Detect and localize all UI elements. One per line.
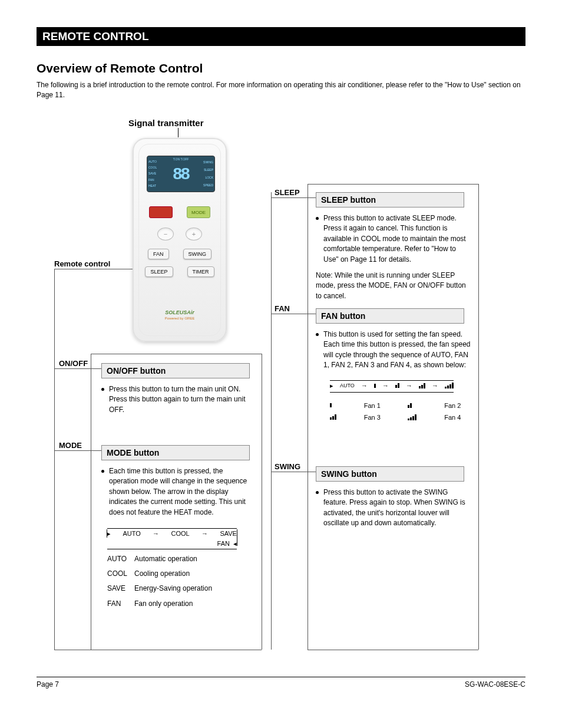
remote-sleep-button: SLEEP (145, 266, 173, 277)
desc-swing: Press this button to activate the SWING … (323, 487, 472, 529)
remote-illustration: T.ON T.OFF AUTO COOL SAVE FAN HEAT 88 SW… (133, 138, 227, 342)
block-swing: SWING button Press this button to activa… (316, 466, 472, 529)
block-sleep: SLEEP button Press this button to activa… (316, 192, 474, 301)
block-onoff: ON/OFF button Press this button to turn … (101, 363, 250, 415)
section-title: Overview of Remote Control (37, 61, 203, 75)
pin-mode: MODE (59, 441, 82, 450)
pin-fan: FAN (275, 304, 290, 313)
fan1-icon (330, 403, 348, 407)
block-mode: MODE button Each time this button is pre… (101, 445, 250, 611)
bullet-icon (316, 491, 319, 494)
pin-swing: SWING (275, 462, 300, 471)
box-title-swing: SWING button (316, 466, 464, 482)
box-title-mode: MODE button (101, 445, 250, 460)
fan4-icon (408, 414, 428, 420)
leader-line (308, 184, 478, 185)
leader-line (54, 450, 101, 451)
box-title-onoff: ON/OFF button (101, 363, 250, 378)
leader-line (91, 354, 262, 354)
bullet-icon (316, 333, 319, 336)
remote-onoff-button (149, 206, 173, 218)
box-title-sleep: SLEEP button (316, 192, 464, 207)
footer-divider (37, 677, 525, 677)
footer-page: Page 7 (37, 680, 59, 689)
leader-line (91, 354, 91, 650)
leader-line (271, 192, 272, 650)
leader-line (308, 184, 308, 650)
leader-line (54, 368, 101, 369)
leader-line (308, 650, 478, 650)
pin-onoff: ON/OFF (59, 359, 88, 368)
leader-line (91, 650, 262, 650)
bullet-icon (316, 217, 319, 220)
signal-transmitter-label: Signal transmitter (128, 118, 204, 128)
leader-line (262, 354, 262, 650)
leader-line (271, 314, 316, 314)
leader-line (271, 472, 316, 472)
mode-flow-diagram: ▸AUTO →COOL →SAVE FAN◂ (107, 528, 250, 549)
mode-list: AUTOAutomatic operation COOLCooling oper… (107, 552, 250, 611)
footer-model: SG-WAC-08ESE-C (465, 680, 525, 689)
remote-control-label: Remote control (54, 259, 110, 269)
remote-logo: SOLEUSAir Powered by GREE (134, 303, 226, 327)
remote-plus-button: + (186, 228, 202, 241)
fan3-icon (330, 414, 348, 420)
leader-line (54, 650, 91, 650)
page: REMOTE CONTROL Overview of Remote Contro… (0, 0, 562, 728)
fan1-icon (374, 384, 376, 388)
signal-leader-line (178, 128, 178, 137)
fan-flow-diagram: ▸AUTO → → → → (330, 380, 472, 393)
fan3-icon (419, 383, 425, 388)
block-fan: FAN button This button is used for setti… (316, 308, 472, 421)
fan4-icon (445, 383, 454, 388)
remote-timer-button: TIMER (187, 266, 214, 277)
fan-legend: Fan 1 Fan 2 Fan 3 Fan 4 (330, 402, 472, 421)
section-subtitle: The following is a brief introduction to… (37, 80, 525, 100)
fan2-icon (395, 383, 399, 388)
lcd-top: T.ON T.OFF (147, 157, 214, 161)
remote-minus-button: − (157, 228, 174, 241)
desc-mode: Each time this button is pressed, the op… (109, 466, 250, 518)
desc-onoff: Press this button to turn the main unit … (109, 384, 250, 415)
remote-mode-button: MODE (187, 206, 210, 218)
pin-sleep: SLEEP (275, 188, 300, 197)
header-bar: REMOTE CONTROL (37, 27, 525, 46)
remote-fan-button: FAN (148, 249, 169, 259)
logo-brand: SOLEUSAir (165, 309, 194, 315)
note-sleep: Note: While the unit is running under SL… (316, 271, 474, 301)
bullet-icon (101, 388, 104, 391)
bullet-icon (101, 470, 104, 473)
lcd-screen: T.ON T.OFF AUTO COOL SAVE FAN HEAT 88 SW… (147, 156, 215, 192)
lcd-right-labels: SWING SLEEP LOCK SPEED (199, 156, 214, 192)
desc-fan: This button is used for setting the fan … (323, 330, 472, 371)
remote-swing-button: SWING (183, 249, 212, 259)
box-title-fan: FAN button (316, 308, 464, 324)
leader-line (54, 269, 55, 650)
desc-sleep: Press this button to activate SLEEP mode… (323, 213, 472, 265)
leader-line (478, 184, 479, 650)
leader-line (54, 269, 133, 269)
fan2-icon (408, 403, 428, 408)
logo-sub: Powered by GREE (165, 317, 194, 320)
lcd-left-labels: AUTO COOL SAVE FAN HEAT (147, 156, 163, 192)
leader-line (271, 197, 316, 198)
lcd-temp: 88 (163, 156, 199, 192)
